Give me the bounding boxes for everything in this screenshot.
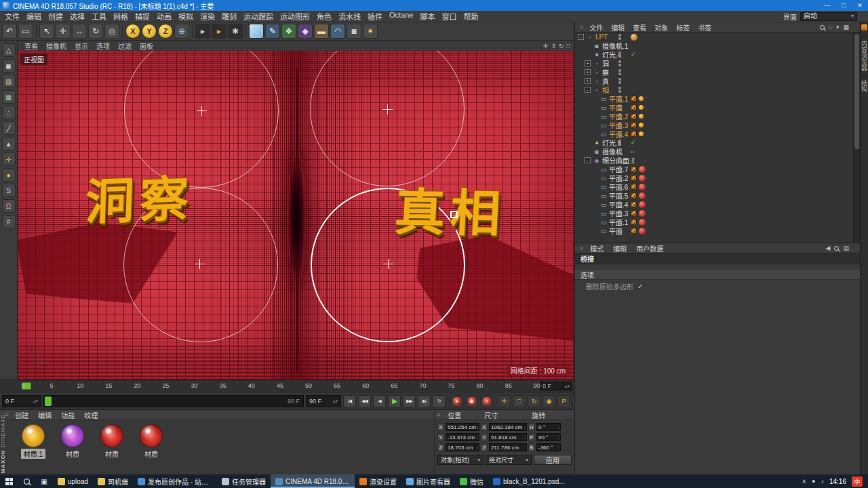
size-value[interactable]: 211.786 cm — [489, 443, 527, 451]
menu-item-运动图形[interactable]: 运动图形 — [277, 11, 313, 22]
menu-item-窗口[interactable]: 窗口 — [438, 11, 460, 22]
visibility-dots[interactable] — [618, 52, 621, 58]
x-axis-button[interactable]: X — [125, 24, 140, 39]
dropdown-icon[interactable]: ▾ — [836, 24, 840, 30]
attribute-tab-编辑[interactable]: 编辑 — [608, 243, 631, 253]
record-keyframe-button[interactable]: ● — [450, 395, 463, 407]
input-method-badge[interactable]: 中 — [852, 476, 863, 487]
om-menu-书签[interactable]: 书签 — [694, 22, 715, 33]
menu-item-模拟[interactable]: 模拟 — [175, 11, 197, 22]
position-value[interactable]: 551.254 cm — [446, 423, 479, 431]
material-tag-icon[interactable] — [631, 228, 637, 234]
clock[interactable]: 14:16 — [829, 478, 846, 485]
visibility-dots[interactable] — [618, 201, 621, 207]
camera-button[interactable]: ◙ — [347, 24, 361, 39]
timeline-slider-handle[interactable] — [45, 396, 52, 406]
orange-material-icon[interactable] — [639, 96, 644, 101]
live-selection-button[interactable]: ↖ — [39, 24, 54, 39]
y-axis-button[interactable]: Y — [142, 24, 157, 39]
object-name[interactable]: 相 — [602, 85, 609, 95]
next-key-button[interactable]: ▶▶ — [403, 395, 416, 407]
taskbar-item[interactable]: 图片查看器 — [401, 474, 455, 488]
visibility-dots[interactable] — [618, 219, 621, 225]
polygon-mode-button[interactable]: ▲ — [2, 137, 16, 150]
visibility-dots[interactable] — [618, 113, 621, 119]
menu-item-流水线[interactable]: 流水线 — [335, 11, 364, 22]
taskbar-item[interactable]: 渲染设置 — [355, 474, 401, 488]
enabled-check-icon[interactable]: ✓ — [631, 140, 636, 146]
visibility-dots[interactable] — [618, 148, 621, 155]
texture-mode-button[interactable]: ▨ — [2, 75, 16, 88]
visibility-dots[interactable] — [618, 96, 621, 102]
add-cube-button[interactable] — [249, 24, 264, 39]
orange-material-icon[interactable] — [631, 34, 637, 41]
object-tree-scrollbar[interactable] — [853, 33, 860, 243]
rotation-value[interactable]: 90 ° — [536, 433, 561, 441]
material-tag-icon[interactable] — [631, 219, 637, 225]
position-value[interactable]: 18.703 cm — [446, 443, 479, 451]
orange-material-icon[interactable] — [639, 105, 644, 110]
visibility-dots[interactable] — [618, 131, 621, 137]
prev-key-button[interactable]: ◀◀ — [358, 395, 371, 407]
menu-item-网格[interactable]: 网格 — [110, 11, 132, 22]
layout-icon[interactable] — [861, 24, 867, 30]
task-view-button[interactable]: ▣ — [35, 474, 53, 488]
orange-material-icon[interactable] — [639, 131, 644, 136]
snap-button[interactable]: S — [2, 184, 16, 197]
tree-row[interactable]: +◦真 — [575, 77, 853, 85]
key-parameter-button[interactable]: ◉ — [542, 395, 555, 407]
light-button[interactable]: ✶ — [363, 24, 378, 39]
material-menu-功能[interactable]: 功能 — [56, 410, 79, 420]
toggle-view-icon[interactable]: □ — [567, 43, 570, 49]
red-material-icon[interactable] — [639, 219, 646, 226]
material-sphere[interactable] — [140, 424, 163, 447]
tray-icon[interactable]: ∧ — [802, 478, 806, 485]
mograph-button[interactable]: ❖ — [281, 24, 296, 39]
visibility-dots[interactable] — [618, 175, 621, 181]
visibility-dots[interactable] — [618, 228, 621, 234]
visibility-dots[interactable] — [618, 166, 621, 172]
visibility-dots[interactable] — [618, 210, 621, 216]
key-rotation-button[interactable]: ↻ — [528, 395, 540, 407]
viewport-menu-查看[interactable]: 查看 — [20, 41, 42, 51]
interface-select[interactable]: 启动 — [800, 12, 857, 21]
last-tool-button[interactable]: ◎ — [104, 24, 119, 39]
timeline-slider[interactable]: 90 F — [43, 395, 304, 407]
axis-mode-button[interactable]: ✛ — [2, 152, 16, 166]
options-section-header[interactable]: 选项 — [575, 270, 860, 280]
tree-row[interactable]: +◦察 — [575, 68, 853, 77]
menu-item-脚本[interactable]: 脚本 — [416, 11, 438, 22]
taskbar-item[interactable]: 司机端 — [93, 474, 133, 488]
edge-tab-内容浏览器[interactable]: 内容浏览器 — [860, 36, 868, 75]
render-view-button[interactable]: ▸ — [195, 24, 210, 39]
expander-icon[interactable]: + — [585, 60, 591, 66]
visibility-dots[interactable] — [618, 34, 621, 40]
workplane-mode-button[interactable]: ▦ — [2, 90, 16, 104]
orange-material-icon[interactable] — [639, 114, 644, 119]
expander-icon[interactable]: + — [585, 69, 591, 75]
tree-row[interactable]: ▭平面 — [575, 226, 853, 235]
object-axis-handle[interactable] — [450, 211, 458, 218]
goto-start-button[interactable]: |◀ — [343, 395, 356, 407]
menu-item-动画[interactable]: 动画 — [153, 11, 175, 22]
material-tag-icon[interactable] — [631, 192, 637, 199]
menu-item-选择[interactable]: 选择 — [66, 11, 88, 22]
visibility-dots[interactable] — [618, 78, 621, 84]
viewport-menu-摄像机[interactable]: 摄像机 — [42, 41, 71, 51]
menu-item-编辑[interactable]: 编辑 — [23, 11, 45, 22]
expander-icon[interactable]: - — [578, 34, 584, 40]
minimize-button[interactable]: — — [819, 0, 835, 11]
lock-axis-button[interactable]: ● — [2, 168, 16, 182]
menu-item-文件[interactable]: 文件 — [1, 11, 23, 22]
grid-snap-button[interactable]: # — [2, 215, 16, 228]
material-menu-纹理[interactable]: 纹理 — [79, 410, 102, 420]
red-material-icon[interactable] — [639, 175, 646, 182]
material-tag-icon[interactable] — [631, 184, 637, 190]
home-icon[interactable]: ⌂ — [829, 24, 832, 30]
current-frame-box[interactable]: 0 F▴▾ — [540, 382, 572, 390]
red-material-icon[interactable] — [639, 166, 646, 173]
autokey-button[interactable]: ◉ — [465, 395, 478, 407]
search-icon[interactable] — [820, 25, 825, 30]
visibility-dots[interactable] — [618, 184, 621, 190]
material-tag-icon[interactable] — [631, 131, 637, 137]
